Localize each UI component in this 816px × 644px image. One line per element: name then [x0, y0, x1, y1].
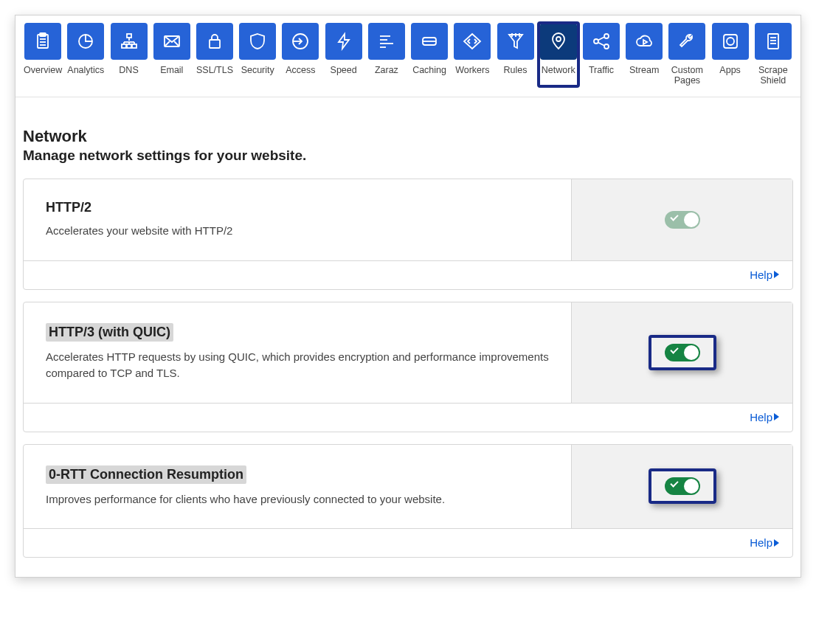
- nav-label: Rules: [495, 66, 535, 76]
- card-control: [571, 445, 792, 529]
- sitemap-icon: [111, 23, 148, 60]
- doc-lines-icon: [755, 23, 792, 60]
- nav-item-stream[interactable]: Stream: [624, 23, 664, 86]
- nav-item-network[interactable]: Network: [539, 23, 578, 86]
- nav-label: Speed: [324, 66, 364, 76]
- toggle-knob: [684, 345, 699, 360]
- nav-item-custompages[interactable]: Custom Pages: [667, 23, 707, 86]
- clipboard-icon: [24, 23, 61, 60]
- chevron-right-icon: [774, 271, 779, 278]
- card-footer: Help: [24, 528, 792, 557]
- nav-item-ssl[interactable]: SSL/TLS: [195, 23, 235, 86]
- nav-label: Zaraz: [367, 66, 407, 76]
- bars-icon: [368, 23, 405, 60]
- setting-card: HTTP/2Accelerates your website with HTTP…: [23, 179, 793, 290]
- card-description: Accelerates HTTP requests by using QUIC,…: [46, 349, 549, 382]
- check-icon: [670, 479, 678, 488]
- help-label: Help: [750, 536, 772, 549]
- nav-label: Analytics: [66, 66, 106, 76]
- app-frame: OverviewAnalyticsDNSEmailSSL/TLSSecurity…: [15, 15, 801, 578]
- card-description: Accelerates your website with HTTP/2: [46, 223, 549, 240]
- nav-item-caching[interactable]: Caching: [409, 23, 449, 86]
- wrench-icon: [668, 23, 705, 60]
- page-subtitle: Manage network settings for your website…: [23, 148, 793, 164]
- nav-item-rules[interactable]: Rules: [495, 23, 535, 86]
- mail-icon: [153, 23, 190, 60]
- nav-label: Email: [152, 66, 192, 76]
- nav-label: Network: [539, 66, 578, 76]
- nav-label: Security: [238, 66, 277, 76]
- nav-label: DNS: [108, 66, 148, 76]
- nav-item-zaraz[interactable]: Zaraz: [367, 23, 407, 86]
- nav-label: Stream: [624, 66, 664, 76]
- card-control: [571, 302, 792, 403]
- nav-item-email[interactable]: Email: [152, 23, 192, 86]
- toggle-knob: [684, 212, 699, 227]
- nav-item-dns[interactable]: DNS: [108, 23, 148, 86]
- card-left: HTTP/3 (with QUIC)Accelerates HTTP reque…: [24, 302, 571, 403]
- setting-card: HTTP/3 (with QUIC)Accelerates HTTP reque…: [23, 302, 793, 432]
- toggle-switch[interactable]: [665, 477, 700, 495]
- nav-item-security[interactable]: Security: [238, 23, 277, 86]
- help-label: Help: [750, 411, 772, 423]
- nav-item-access[interactable]: Access: [280, 23, 320, 86]
- page-title: Network: [23, 127, 793, 146]
- toggle-switch[interactable]: [665, 211, 700, 229]
- help-link[interactable]: Help: [750, 269, 779, 281]
- page-content: Network Manage network settings for your…: [15, 97, 801, 578]
- chevron-right-icon: [774, 413, 779, 420]
- nav-label: Access: [280, 66, 320, 76]
- top-nav: OverviewAnalyticsDNSEmailSSL/TLSSecurity…: [15, 15, 801, 97]
- nav-item-traffic[interactable]: Traffic: [581, 23, 621, 86]
- toggle-switch[interactable]: [665, 344, 700, 361]
- nav-label: Overview: [23, 66, 63, 76]
- nav-item-overview[interactable]: Overview: [23, 23, 63, 86]
- card-footer: Help: [24, 260, 792, 289]
- help-link[interactable]: Help: [750, 536, 779, 549]
- toggle-knob: [684, 479, 699, 494]
- nav-label: Scrape Shield: [753, 66, 793, 86]
- nav-item-workers[interactable]: Workers: [452, 23, 492, 86]
- nav-item-apps[interactable]: Apps: [710, 23, 750, 86]
- setting-card: 0-RTT Connection ResumptionImproves perf…: [23, 444, 793, 558]
- shield-icon: [239, 23, 276, 60]
- nav-label: Workers: [452, 66, 492, 76]
- check-icon: [670, 345, 678, 353]
- card-left: 0-RTT Connection ResumptionImproves perf…: [24, 445, 571, 529]
- help-label: Help: [750, 269, 772, 281]
- login-icon: [282, 23, 319, 60]
- pie-icon: [67, 23, 104, 60]
- card-description: Improves performance for clients who hav…: [46, 491, 549, 508]
- nav-label: Apps: [710, 66, 750, 76]
- drive-icon: [411, 23, 448, 60]
- card-title: HTTP/2: [46, 200, 91, 215]
- card-control: [571, 179, 792, 260]
- card-left: HTTP/2Accelerates your website with HTTP…: [24, 179, 571, 260]
- highlight-frame: [649, 335, 716, 370]
- app-icon: [712, 23, 749, 60]
- code-icon: [454, 23, 491, 60]
- check-icon: [670, 212, 678, 221]
- nav-item-scrapeshield[interactable]: Scrape Shield: [753, 23, 793, 86]
- lock-icon: [196, 23, 233, 60]
- card-title: HTTP/3 (with QUIC): [46, 323, 173, 342]
- nav-label: Custom Pages: [667, 66, 707, 86]
- highlight-frame: [649, 468, 716, 504]
- nav-label: Traffic: [581, 66, 621, 76]
- bolt-icon: [325, 23, 362, 60]
- funnel-icon: [497, 23, 534, 60]
- nav-item-speed[interactable]: Speed: [324, 23, 364, 86]
- pin-icon: [540, 23, 577, 60]
- help-link[interactable]: Help: [750, 411, 779, 423]
- nav-label: SSL/TLS: [195, 66, 235, 76]
- card-footer: Help: [24, 403, 792, 432]
- share-icon: [583, 23, 620, 60]
- chevron-right-icon: [774, 539, 779, 547]
- card-title: 0-RTT Connection Resumption: [46, 465, 246, 484]
- cloud-play-icon: [626, 23, 663, 60]
- nav-label: Caching: [409, 66, 449, 76]
- nav-item-analytics[interactable]: Analytics: [66, 23, 106, 86]
